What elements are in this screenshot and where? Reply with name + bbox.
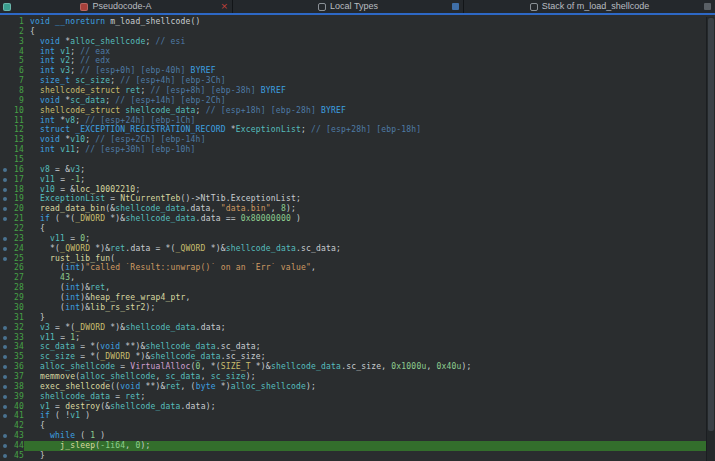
address-dot[interactable] — [0, 342, 11, 352]
code-text: v10 = &loc_10002210; — [24, 185, 706, 195]
code-line[interactable]: 29 (int)&heap_free_wrap4_ptr, — [0, 293, 706, 303]
code-line[interactable]: 20 read_data_bin(&shellcode_data.data, "… — [0, 204, 706, 214]
vertical-scrollbar[interactable] — [706, 17, 715, 461]
line-number: 22 — [11, 224, 24, 234]
window-icon — [3, 3, 11, 11]
code-line[interactable]: 31 } — [0, 313, 706, 323]
tab-title: Stack of m_load_shellcode — [542, 0, 650, 13]
code-text: sc_data = *(void **)&shellcode_data.sc_d… — [24, 342, 706, 352]
code-text: { — [24, 421, 706, 431]
code-line[interactable]: 32 v3 = *(_DWORD *)&shellcode_data.data; — [0, 323, 706, 333]
ida-pro-window: Pseudocode-A × Local Types Stack of m_lo… — [0, 0, 715, 461]
address-dot[interactable] — [0, 362, 11, 372]
address-dot[interactable] — [0, 392, 11, 402]
code-line[interactable]: 4 int v1; // eax — [0, 47, 706, 57]
line-number: 20 — [11, 204, 24, 214]
code-line[interactable]: 37 memmove(alloc_shellcode, sc_data, sc_… — [0, 372, 706, 382]
address-dot[interactable] — [0, 194, 11, 204]
code-line[interactable]: 10 shellcode_struct shellcode_data; // [… — [0, 106, 706, 116]
close-icon[interactable]: × — [220, 0, 228, 13]
code-line[interactable]: 38 exec_shellcode((void **)&ret, (byte *… — [0, 382, 706, 392]
line-number: 18 — [11, 185, 24, 195]
code-line[interactable]: 6 int v3; // [esp+0h] [ebp-40h] BYREF — [0, 66, 706, 76]
code-line[interactable]: 42 { — [0, 421, 706, 431]
address-dot[interactable] — [0, 382, 11, 392]
code-line[interactable]: 7 size_t sc_size; // [esp+4h] [ebp-3Ch] — [0, 76, 706, 86]
address-dot[interactable] — [0, 431, 11, 441]
code-line[interactable]: 16 v8 = &v3; — [0, 165, 706, 175]
tab-local-types[interactable]: Local Types — [233, 0, 464, 13]
code-line[interactable]: 39 shellcode_data = ret; — [0, 392, 706, 402]
code-line[interactable]: 12 struct _EXCEPTION_REGISTRATION_RECORD… — [0, 125, 706, 135]
code-line[interactable]: 25 rust_lib_fun( — [0, 254, 706, 264]
code-line[interactable]: 3 void *alloc_shellcode; // esi — [0, 37, 706, 47]
code-line[interactable]: 34 sc_data = *(void **)&shellcode_data.s… — [0, 342, 706, 352]
address-dot[interactable] — [0, 352, 11, 362]
line-number: 9 — [11, 96, 24, 106]
line-number: 2 — [11, 27, 24, 37]
dock-icon[interactable] — [452, 3, 459, 10]
code-line[interactable]: 8 shellcode_struct ret; // [esp+8h] [ebp… — [0, 86, 706, 96]
line-number: 36 — [11, 362, 24, 372]
code-line[interactable]: 45 } — [0, 451, 706, 461]
code-line[interactable]: 43 while ( 1 ) — [0, 431, 706, 441]
code-line[interactable]: 22 { — [0, 224, 706, 234]
address-dot[interactable] — [0, 372, 11, 382]
address-dot[interactable] — [0, 185, 11, 195]
code-line[interactable]: 28 (int)&ret, — [0, 283, 706, 293]
code-line[interactable]: 21 if ( *(_DWORD *)&shellcode_data.data … — [0, 214, 706, 224]
code-line[interactable]: 30 (int)&lib_rs_str2); — [0, 303, 706, 313]
address-dot[interactable] — [0, 165, 11, 175]
tab-pseudocode-a[interactable]: Pseudocode-A × — [0, 0, 233, 13]
code-text: void *alloc_shellcode; // esi — [24, 37, 706, 47]
line-number: 31 — [11, 313, 24, 323]
address-dot[interactable] — [0, 411, 11, 421]
code-line[interactable]: 18 v10 = &loc_10002210; — [0, 185, 706, 195]
address-dot[interactable] — [0, 441, 11, 451]
code-line[interactable]: 2{ — [0, 27, 706, 37]
scrollbar-thumb[interactable] — [708, 18, 714, 431]
address-dot[interactable] — [0, 204, 11, 214]
address-dot[interactable] — [0, 254, 11, 264]
code-text: if ( !v1 ) — [24, 411, 706, 421]
code-line[interactable]: 41 if ( !v1 ) — [0, 411, 706, 421]
code-line[interactable]: 40 v1 = destroy(&shellcode_data.data); — [0, 402, 706, 412]
code-line[interactable]: 27 43, — [0, 273, 706, 283]
line-number: 14 — [11, 145, 24, 155]
code-line[interactable]: 19 ExceptionList = NtCurrentTeb()->NtTib… — [0, 194, 706, 204]
line-number: 11 — [11, 116, 24, 126]
line-number: 21 — [11, 214, 24, 224]
address-dot[interactable] — [0, 333, 11, 343]
dot-margin — [0, 76, 11, 86]
code-line[interactable]: 5 int v2; // edx — [0, 56, 706, 66]
code-line[interactable]: 14 int v11; // [esp+30h] [ebp-10h] — [0, 145, 706, 155]
tab-title: Pseudocode-A — [92, 0, 151, 13]
code-text: sc_size = *(_DWORD *)&shellcode_data.sc_… — [24, 352, 706, 362]
code-text: *(_QWORD *)&ret.data = *(_QWORD *)&shell… — [24, 244, 706, 254]
panel-menu-icon[interactable] — [704, 3, 711, 10]
code-line[interactable]: 15 — [0, 155, 706, 165]
address-dot[interactable] — [0, 451, 11, 461]
code-text: void *v10; // [esp+2Ch] [ebp-14h] — [24, 135, 706, 145]
code-line[interactable]: 35 sc_size = *(_DWORD *)&shellcode_data.… — [0, 352, 706, 362]
code-line[interactable]: 1void __noreturn m_load_shellcode() — [0, 17, 706, 27]
code-line[interactable]: 26 (int)"called `Result::unwrap()` on an… — [0, 263, 706, 273]
code-line[interactable]: 11 int *v8; // [esp+24h] [ebp-1Ch] — [0, 116, 706, 126]
code-line[interactable]: 36 alloc_shellcode = VirtualAlloc(0, *(S… — [0, 362, 706, 372]
code-line[interactable]: 24 *(_QWORD *)&ret.data = *(_QWORD *)&sh… — [0, 244, 706, 254]
address-dot[interactable] — [0, 234, 11, 244]
address-dot[interactable] — [0, 402, 11, 412]
address-dot[interactable] — [0, 244, 11, 254]
tab-stack-of-m-load-shellcode[interactable]: Stack of m_load_shellcode — [464, 0, 715, 13]
dot-margin — [0, 421, 11, 431]
address-dot[interactable] — [0, 323, 11, 333]
address-dot[interactable] — [0, 175, 11, 185]
code-line[interactable]: 33 v11 = 1; — [0, 333, 706, 343]
code-line[interactable]: 9 void *sc_data; // [esp+14h] [ebp-2Ch] — [0, 96, 706, 106]
code-line[interactable]: 13 void *v10; // [esp+2Ch] [ebp-14h] — [0, 135, 706, 145]
dot-margin — [0, 273, 11, 283]
code-line[interactable]: 17 v11 = -1; — [0, 175, 706, 185]
code-line[interactable]: 23 v11 = 0; — [0, 234, 706, 244]
address-dot[interactable] — [0, 214, 11, 224]
code-line[interactable]: 44 j_sleep(-1i64, 0); — [0, 441, 706, 451]
